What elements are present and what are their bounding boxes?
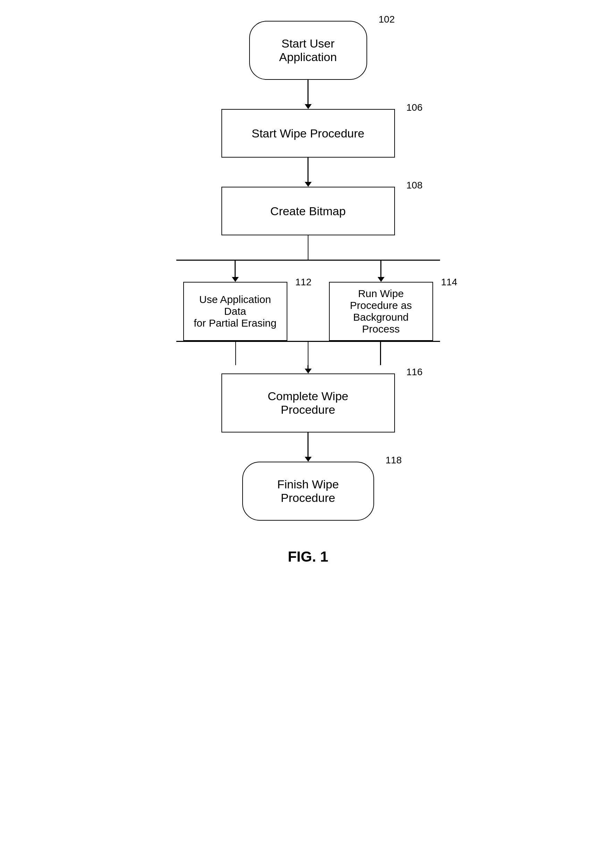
start-wipe-procedure-node: Start Wipe Procedure — [222, 109, 395, 158]
finish-wipe-procedure-node: Finish Wipe Procedure — [242, 462, 374, 521]
node-label-112: 112 — [295, 277, 312, 288]
arrow-1 — [305, 80, 312, 109]
node-label-116: 116 — [406, 366, 423, 378]
complete-wipe-procedure-node: Complete Wipe Procedure — [222, 374, 395, 432]
split-section: Use Application Data for Partial Erasing… — [135, 235, 482, 365]
arrow-right — [378, 260, 384, 282]
arrow-3 — [305, 365, 312, 374]
arrow-2 — [305, 158, 312, 187]
use-application-data-node: Use Application Data for Partial Erasing — [183, 282, 287, 341]
arrow-4 — [305, 432, 312, 462]
figure-label: FIG. 1 — [288, 548, 328, 565]
create-bitmap-node: Create Bitmap — [222, 187, 395, 235]
node-label-108: 108 — [406, 180, 423, 191]
flowchart: Start User Application 102 Start Wipe Pr… — [135, 21, 482, 565]
node-label-106: 106 — [406, 102, 423, 113]
node-label-102: 102 — [379, 14, 395, 25]
arrow-left — [232, 260, 239, 282]
start-user-application-node: Start User Application — [249, 21, 367, 80]
run-wipe-background-node: Run Wipe Procedure as Background Process — [329, 282, 433, 341]
node-label-118: 118 — [385, 455, 402, 466]
node-label-114: 114 — [441, 277, 457, 288]
